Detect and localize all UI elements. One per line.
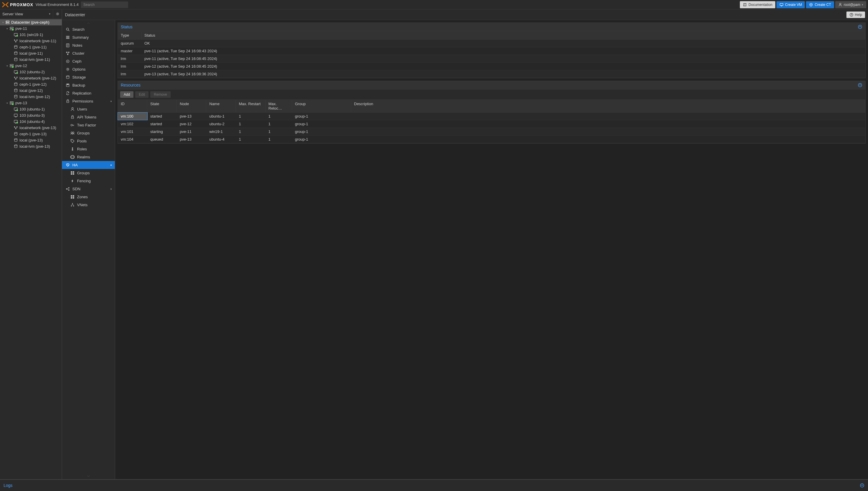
status-header-status[interactable]: Status [142, 31, 865, 39]
user-menu-button[interactable]: root@pam ▾ [835, 1, 866, 8]
nav-replication[interactable]: Replication [62, 89, 115, 97]
resources-collapse-button[interactable] [858, 83, 862, 87]
tree-item[interactable]: 104 (ubuntu-4) [0, 118, 62, 125]
tree-item[interactable]: 103 (ubuntu-3) [0, 112, 62, 118]
nav-cluster[interactable]: Cluster [62, 49, 115, 57]
res-header-node[interactable]: Node [177, 100, 206, 112]
tree-item[interactable]: 100 (ubuntu-1) [0, 106, 62, 112]
config-nav-list: Search Summary Notes Cluster Ceph Option… [62, 25, 115, 474]
nav-search[interactable]: Search [62, 25, 115, 33]
nav-label: Zones [77, 195, 88, 199]
nav-pools[interactable]: Pools [62, 137, 115, 145]
nav-realms[interactable]: Realms [62, 153, 115, 161]
tree-label: 103 (ubuntu-3) [20, 113, 44, 118]
tree-item[interactable]: ceph-1 (pve-11) [0, 44, 62, 50]
tree-label: Datacenter (pve-ceph) [11, 20, 49, 25]
res-header-name[interactable]: Name [206, 100, 236, 112]
status-row[interactable]: master pve-11 (active, Tue Sep 24 16:08:… [118, 47, 865, 55]
vm-running-icon [13, 70, 18, 74]
status-row[interactable]: lrm pve-12 (active, Tue Sep 24 16:08:45 … [118, 63, 865, 70]
edit-button[interactable]: Edit [135, 91, 149, 98]
status-row[interactable]: lrm pve-11 (active, Tue Sep 24 16:08:45 … [118, 55, 865, 63]
tree-item[interactable]: localnetwork (pve-11) [0, 38, 62, 44]
tree-label: local-lvm (pve-11) [20, 57, 50, 62]
status-value: pve-13 (active, Tue Sep 24 16:08:36 2024… [142, 70, 865, 78]
nav-scroll-down[interactable]: ﹀ [62, 474, 115, 479]
create-ct-button[interactable]: Create CT [806, 1, 834, 8]
add-button[interactable]: Add [120, 91, 133, 98]
nav-scroll-up[interactable]: ︿ [62, 20, 115, 25]
tree-item[interactable]: ceph-1 (pve-13) [0, 131, 62, 137]
resource-row[interactable]: vm:104 queued pve-13 ubuntu-4 1 1 group-… [118, 136, 865, 143]
res-header-state[interactable]: State [147, 100, 177, 112]
create-vm-button[interactable]: Create VM [776, 1, 805, 8]
search-input[interactable] [81, 1, 128, 8]
res-header-group[interactable]: Group [292, 100, 351, 112]
tree-item[interactable]: 102 (ubuntu-2) [0, 69, 62, 75]
logs-collapse-button[interactable] [860, 483, 864, 488]
status-row[interactable]: quorum OK [118, 39, 865, 47]
status-row[interactable]: lrm pve-13 (active, Tue Sep 24 16:08:36 … [118, 70, 865, 78]
tree-datacenter[interactable]: ▾ Datacenter (pve-ceph) [0, 19, 62, 25]
tree-item[interactable]: local (pve-13) [0, 137, 62, 143]
nav-summary[interactable]: Summary [62, 33, 115, 41]
resource-row[interactable]: vm:100 started pve-13 ubuntu-1 1 1 group… [118, 113, 865, 120]
res-state: queued [147, 136, 177, 143]
tree-item[interactable]: localnetwork (pve-12) [0, 75, 62, 81]
nav-fencing[interactable]: Fencing [62, 177, 115, 185]
help-button[interactable]: Help [846, 11, 865, 18]
tree-item[interactable]: local-lvm (pve-13) [0, 143, 62, 149]
tree-node-pve-12[interactable]: ▾ pve-12 [0, 63, 62, 69]
nav-permissions[interactable]: Permissions ▾ [62, 97, 115, 105]
nav-two-factor[interactable]: Two Factor [62, 121, 115, 129]
tree-item[interactable]: local-lvm (pve-12) [0, 94, 62, 100]
nav-storage[interactable]: Storage [62, 73, 115, 81]
documentation-button[interactable]: Documentation [740, 1, 775, 8]
nav-groups[interactable]: Groups [62, 169, 115, 177]
collapse-icon [858, 25, 862, 29]
nav-api-tokens[interactable]: API Tokens [62, 113, 115, 121]
status-type: lrm [118, 55, 142, 62]
resource-row[interactable]: vm:102 started pve-12 ubuntu-2 1 1 group… [118, 120, 865, 128]
res-header-description[interactable]: Description [351, 100, 865, 112]
nav-notes[interactable]: Notes [62, 41, 115, 49]
tree-caret-icon: ▾ [5, 102, 9, 105]
tree-node-pve-13[interactable]: ▾ pve-13 [0, 100, 62, 106]
nav-backup[interactable]: Backup [62, 81, 115, 89]
status-collapse-button[interactable] [858, 25, 862, 29]
res-max-restart: 1 [236, 136, 266, 143]
nav-ha[interactable]: HA ▾ [62, 161, 115, 169]
nav-sdn[interactable]: SDN ▾ [62, 185, 115, 193]
tree-item[interactable]: local (pve-12) [0, 87, 62, 94]
tree-settings-button[interactable] [53, 9, 62, 18]
tree-node-pve-11[interactable]: ▾ pve-11 [0, 25, 62, 32]
nav-vnets[interactable]: VNets [62, 201, 115, 209]
resource-row[interactable]: vm:101 starting pve-11 win19-1 1 1 group… [118, 128, 865, 136]
res-header-id[interactable]: ID [118, 100, 147, 112]
breadcrumb: Datacenter [65, 12, 85, 17]
nav-options[interactable]: Options [62, 65, 115, 73]
tree-item[interactable]: ceph-1 (pve-12) [0, 81, 62, 87]
nav-zones[interactable]: Zones [62, 193, 115, 201]
tree-item[interactable]: local (pve-11) [0, 50, 62, 56]
collapse-icon [858, 83, 862, 87]
tree-caret-icon: ▾ [5, 27, 9, 30]
nav-roles[interactable]: Roles [62, 145, 115, 153]
tree-item[interactable]: 101 (win19-1) [0, 32, 62, 38]
res-id: vm:101 [118, 128, 147, 135]
view-selector[interactable]: Server View ▾ [0, 10, 53, 18]
nav-label: Two Factor [77, 123, 96, 127]
tree-item[interactable]: localnetwork (pve-13) [0, 125, 62, 131]
res-header-max-relocate[interactable]: Max. Reloc… [266, 100, 292, 112]
nav-ceph[interactable]: Ceph [62, 57, 115, 65]
res-header-max-restart[interactable]: Max. Restart [236, 100, 266, 112]
tree-item[interactable]: local-lvm (pve-11) [0, 56, 62, 63]
nav-users[interactable]: Users [62, 105, 115, 113]
res-state: started [147, 120, 177, 127]
status-header-type[interactable]: Type [118, 31, 142, 39]
nav-groups[interactable]: Groups [62, 129, 115, 137]
user-icon [838, 3, 842, 7]
res-desc [351, 113, 865, 120]
logs-panel-header[interactable]: Logs [0, 479, 868, 491]
remove-button[interactable]: Remove [150, 91, 170, 98]
